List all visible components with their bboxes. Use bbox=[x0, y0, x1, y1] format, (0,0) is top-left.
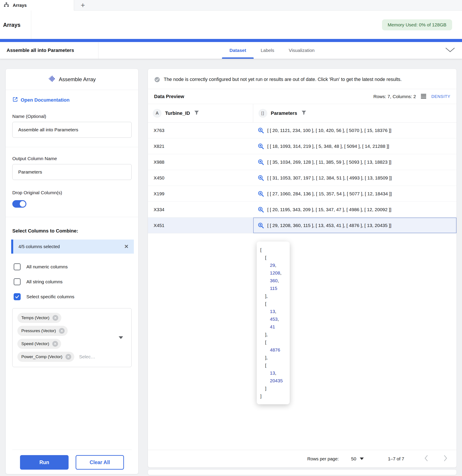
zoom-in-icon[interactable] bbox=[258, 175, 264, 181]
table-row[interactable]: X199 [ [ 27, 1060, 284, 136 ], [ 15, 357… bbox=[148, 186, 456, 202]
column-chip[interactable]: Power_Comp (Vector) ✕ bbox=[17, 352, 74, 362]
next-page-icon[interactable] bbox=[444, 455, 447, 462]
run-button[interactable]: Run bbox=[20, 455, 69, 470]
sitemap-icon bbox=[3, 2, 9, 8]
turbine-id-cell[interactable]: X988 bbox=[148, 154, 253, 170]
turbine-id-cell[interactable]: X199 bbox=[148, 186, 253, 202]
rows-per-page-label: Rows per page: bbox=[307, 456, 339, 461]
parameters-column-header[interactable]: [] Parameters bbox=[253, 104, 456, 122]
zoom-in-icon[interactable] bbox=[258, 159, 264, 165]
density-button[interactable]: DENSITY bbox=[431, 94, 450, 99]
turbine-id-cell[interactable]: X451 bbox=[148, 218, 253, 233]
tab-item[interactable]: Visualization bbox=[288, 42, 316, 59]
parameters-cell[interactable]: [ [ 35, 1034, 269, 128 ], [ 11, 385, 59 … bbox=[253, 154, 456, 170]
node-type-header: Assemble Array bbox=[6, 69, 138, 90]
tab-item[interactable]: Labels bbox=[260, 42, 275, 59]
name-input[interactable] bbox=[12, 122, 132, 138]
rows-per-page-value[interactable]: 50 bbox=[351, 456, 356, 461]
drop-original-toggle[interactable] bbox=[12, 200, 26, 208]
chip-row: Pressures (Vector) ✕ bbox=[17, 326, 127, 336]
rows-per-page-caret-icon[interactable] bbox=[360, 458, 364, 460]
parameters-cell[interactable]: [ [ 27, 1060, 284, 136 ], [ 15, 357, 54 … bbox=[253, 186, 456, 202]
new-tab-button[interactable]: + bbox=[74, 0, 92, 10]
filter-icon[interactable] bbox=[194, 110, 199, 116]
turbine-id-cell[interactable]: X334 bbox=[148, 202, 253, 217]
dropdown-caret-icon[interactable] bbox=[119, 336, 123, 339]
accent-bar bbox=[0, 39, 462, 42]
table-row[interactable]: X821 [ [ 18, 1093, 314, 219 ], [ 5, 348,… bbox=[148, 138, 456, 154]
node-title: Assemble all into Parameters bbox=[0, 42, 99, 59]
select-placeholder[interactable]: Selec… bbox=[79, 354, 95, 359]
zoom-in-icon[interactable] bbox=[258, 206, 264, 213]
turbine-id-cell[interactable]: X450 bbox=[148, 170, 253, 186]
chip-remove-icon[interactable]: ✕ bbox=[52, 341, 58, 347]
section-divider bbox=[6, 147, 138, 147]
horizontal-scrollbar-track[interactable] bbox=[148, 469, 457, 475]
popup-line: 13, bbox=[257, 369, 290, 377]
parameters-value: [ [ 35, 1034, 269, 128 ], [ 11, 385, 59 … bbox=[267, 160, 391, 165]
parameters-cell[interactable]: [ [ 18, 1093, 314, 219 ], [ 5, 348, 48 ]… bbox=[253, 138, 456, 154]
parameters-cell[interactable]: [ [ 20, 1121, 234, 100 ], [ 10, 420, 56 … bbox=[253, 122, 456, 138]
checkbox[interactable] bbox=[14, 263, 21, 270]
banner-close-icon[interactable]: ✕ bbox=[124, 244, 129, 250]
check-circle-icon bbox=[154, 76, 160, 83]
turbine-id-column-header[interactable]: A Turbine_ID bbox=[148, 104, 253, 122]
table-row[interactable]: X451 [ [ 29, 1208, 360, 115 ], [ 13, 453… bbox=[148, 218, 456, 233]
tab-label: Arrays bbox=[13, 3, 27, 8]
collapse-chevron-icon[interactable] bbox=[445, 48, 455, 53]
node-header: Assemble all into Parameters Dataset Lab… bbox=[0, 42, 462, 59]
column-chip[interactable]: Speed (Vector) ✕ bbox=[17, 339, 61, 349]
checkbox[interactable] bbox=[14, 293, 21, 300]
checkbox[interactable] bbox=[14, 278, 21, 285]
section-divider bbox=[6, 217, 138, 217]
parameters-value: [ [ 29, 1208, 360, 115 ], [ 13, 453, 41 … bbox=[267, 223, 391, 228]
parameters-cell[interactable]: [ [ 20, 1195, 343, 209 ], [ 15, 347, 47 … bbox=[253, 202, 456, 217]
filter-icon[interactable] bbox=[301, 110, 307, 116]
column-multiselect[interactable]: Temps (Vector) ✕ Pressures (Vector) ✕ bbox=[12, 308, 132, 367]
checkbox-row[interactable]: All string columns bbox=[14, 278, 132, 285]
output-column-input[interactable] bbox=[12, 164, 132, 180]
turbine-id-cell[interactable]: X821 bbox=[148, 138, 253, 154]
checkbox-row[interactable]: All numeric columns bbox=[14, 263, 132, 270]
chip-remove-icon[interactable]: ✕ bbox=[52, 315, 58, 321]
popup-line: 1208, bbox=[257, 269, 290, 277]
parameters-value: [ [ 27, 1060, 284, 136 ], [ 15, 357, 54 … bbox=[267, 191, 392, 196]
table-row[interactable]: X763 [ [ 20, 1121, 234, 100 ], [ 10, 420… bbox=[148, 122, 456, 138]
popup-line: ] bbox=[257, 384, 290, 392]
previous-page-icon[interactable] bbox=[424, 455, 428, 462]
columns-selected-banner: 4/5 columns selected ✕ bbox=[11, 239, 134, 254]
column-chip[interactable]: Pressures (Vector) ✕ bbox=[17, 326, 68, 336]
popup-line: ] bbox=[257, 392, 290, 400]
density-icon[interactable] bbox=[421, 94, 426, 100]
chip-row: Power_Comp (Vector) ✕ Selec… bbox=[17, 352, 127, 362]
waveform-icon bbox=[48, 75, 56, 84]
tab-item[interactable]: Dataset bbox=[229, 42, 247, 59]
popup-line: [ bbox=[257, 254, 290, 261]
parameters-cell[interactable]: [ [ 29, 1208, 360, 115 ], [ 13, 453, 41 … bbox=[253, 218, 456, 233]
table-empty-area bbox=[148, 233, 456, 450]
column-chip[interactable]: Temps (Vector) ✕ bbox=[17, 313, 61, 323]
tab-arrays[interactable]: Arrays bbox=[0, 0, 74, 10]
node-status-message: The node is correctly configured but not… bbox=[148, 69, 456, 89]
clear-all-button[interactable]: Clear All bbox=[76, 455, 124, 470]
table-row[interactable]: X988 [ [ 35, 1034, 269, 128 ], [ 11, 385… bbox=[148, 154, 456, 170]
chip-remove-icon[interactable]: ✕ bbox=[66, 354, 71, 360]
chip-row: Temps (Vector) ✕ bbox=[17, 313, 127, 323]
turbine-id-cell[interactable]: X763 bbox=[148, 122, 253, 138]
zoom-in-icon[interactable] bbox=[258, 222, 264, 229]
checkbox-row[interactable]: Select specific columns bbox=[14, 293, 132, 300]
zoom-in-icon[interactable] bbox=[258, 190, 264, 197]
table-row[interactable]: X450 [ [ 31, 1053, 307, 197 ], [ 12, 384… bbox=[148, 170, 456, 186]
open-documentation-link[interactable]: Open Documentation bbox=[12, 97, 132, 104]
zoom-in-icon[interactable] bbox=[258, 127, 264, 134]
chip-remove-icon[interactable]: ✕ bbox=[59, 328, 65, 334]
zoom-in-icon[interactable] bbox=[258, 143, 264, 150]
parameters-cell[interactable]: [ [ 31, 1053, 307, 197 ], [ 12, 384, 51 … bbox=[253, 170, 456, 186]
table-row[interactable]: X334 [ [ 20, 1195, 343, 209 ], [ 15, 347… bbox=[148, 202, 456, 218]
chip-row: Speed (Vector) ✕ bbox=[17, 339, 127, 349]
popup-line: ], bbox=[257, 292, 290, 300]
parameters-value: [ [ 18, 1093, 314, 219 ], [ 5, 348, 48 ]… bbox=[267, 144, 389, 149]
table-body: X763 [ [ 20, 1121, 234, 100 ], [ 10, 420… bbox=[148, 122, 456, 233]
panel-footer: Run Clear All bbox=[12, 450, 132, 474]
popup-line: [ bbox=[257, 246, 290, 254]
